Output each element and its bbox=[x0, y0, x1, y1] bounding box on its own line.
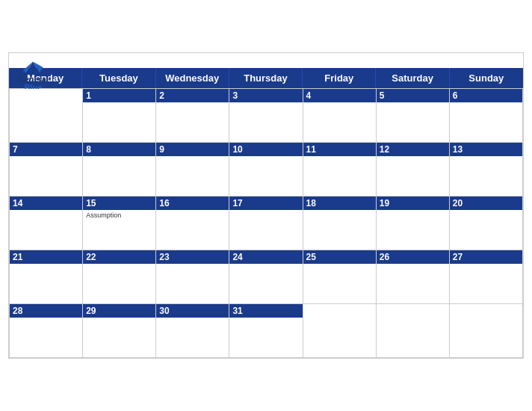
date-number: 23 bbox=[156, 250, 229, 264]
date-number: 17 bbox=[229, 197, 302, 210]
date-number: 7 bbox=[10, 143, 82, 156]
date-number: 18 bbox=[303, 197, 376, 210]
day-cell: 9 bbox=[156, 143, 229, 197]
date-number: 19 bbox=[377, 197, 449, 210]
day-header-friday: Friday bbox=[303, 68, 376, 88]
date-number: 2 bbox=[156, 89, 229, 102]
date-number: 1 bbox=[83, 89, 155, 102]
date-number: 21 bbox=[10, 250, 82, 264]
day-cell: 11 bbox=[303, 143, 377, 197]
day-cell: 19 bbox=[377, 197, 450, 250]
day-cell: 24 bbox=[229, 250, 303, 304]
day-headers: MondayTuesdayWednesdayThursdayFridaySatu… bbox=[9, 68, 523, 88]
date-number: 6 bbox=[450, 89, 522, 102]
date-number: 12 bbox=[377, 143, 449, 156]
day-cell: 13 bbox=[450, 143, 523, 197]
day-cell: 1 bbox=[83, 89, 156, 143]
date-number: 13 bbox=[450, 143, 522, 156]
date-number: 28 bbox=[10, 304, 82, 318]
day-header-sunday: Sunday bbox=[450, 68, 523, 88]
date-number: 8 bbox=[83, 143, 155, 156]
day-cell: 16 bbox=[156, 197, 229, 250]
date-number: 27 bbox=[450, 250, 522, 264]
date-number: 20 bbox=[450, 197, 522, 210]
day-cell: 7 bbox=[10, 143, 83, 197]
day-cell: 12 bbox=[377, 143, 450, 197]
date-number: 30 bbox=[156, 304, 229, 318]
day-cell: 23 bbox=[156, 250, 229, 304]
day-cell: 10 bbox=[229, 143, 303, 197]
logo-icon bbox=[22, 59, 44, 75]
calendar-container: General Blue MondayTuesdayWednesdayThurs… bbox=[8, 52, 524, 359]
calendar-header: General Blue bbox=[9, 53, 523, 68]
date-number: 9 bbox=[156, 143, 229, 156]
day-cell: 31 bbox=[229, 304, 303, 358]
day-cell: 5 bbox=[377, 89, 450, 143]
date-number: 25 bbox=[303, 250, 376, 264]
day-cell: 2 bbox=[156, 89, 229, 143]
day-cell: 26 bbox=[377, 250, 450, 304]
day-cell: 6 bbox=[450, 89, 523, 143]
day-cell: 14 bbox=[10, 197, 83, 250]
day-cell: 29 bbox=[83, 304, 156, 358]
day-header-saturday: Saturday bbox=[376, 68, 449, 88]
day-cell: 25 bbox=[303, 250, 377, 304]
day-cell bbox=[303, 304, 377, 358]
day-header-tuesday: Tuesday bbox=[82, 68, 155, 88]
day-cell: 18 bbox=[303, 197, 377, 250]
date-number: 31 bbox=[229, 304, 302, 318]
day-cell: 21 bbox=[10, 250, 83, 304]
event-label: Assumption bbox=[86, 211, 152, 219]
day-cell: 4 bbox=[303, 89, 377, 143]
day-cell: 3 bbox=[229, 89, 303, 143]
date-number: 29 bbox=[83, 304, 155, 318]
date-number: 14 bbox=[10, 197, 82, 210]
date-number: 24 bbox=[229, 250, 302, 264]
day-cell: 28 bbox=[10, 304, 83, 358]
date-number: 5 bbox=[377, 89, 449, 102]
date-number: 16 bbox=[156, 197, 229, 210]
date-number: 10 bbox=[229, 143, 302, 156]
logo: General Blue bbox=[18, 59, 49, 92]
date-number: 26 bbox=[377, 250, 449, 264]
date-number: 11 bbox=[303, 143, 376, 156]
day-cell: 22 bbox=[83, 250, 156, 304]
day-cell: 30 bbox=[156, 304, 229, 358]
date-number: 22 bbox=[83, 250, 155, 264]
date-number: 4 bbox=[303, 89, 376, 102]
day-cell bbox=[450, 304, 523, 358]
day-cell: 17 bbox=[229, 197, 303, 250]
calendar-grid: 123456789101112131415Assumption161718192… bbox=[9, 88, 523, 358]
date-number: 15 bbox=[83, 197, 155, 210]
day-cell bbox=[377, 304, 450, 358]
date-number: 3 bbox=[229, 89, 302, 102]
day-cell: 15Assumption bbox=[83, 197, 156, 250]
day-header-wednesday: Wednesday bbox=[156, 68, 229, 88]
day-cell: 8 bbox=[83, 143, 156, 197]
day-cell bbox=[10, 89, 83, 143]
day-cell: 27 bbox=[450, 250, 523, 304]
day-header-thursday: Thursday bbox=[229, 68, 303, 88]
day-cell: 20 bbox=[450, 197, 523, 250]
